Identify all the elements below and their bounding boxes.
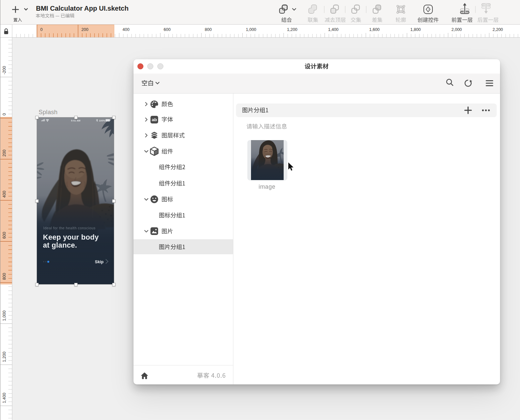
svg-text:1,000: 1,000 <box>246 27 256 32</box>
svg-text:9:41 AM: 9:41 AM <box>71 119 80 122</box>
svg-text:Keep your body: Keep your body <box>43 233 99 241</box>
svg-text:1,000: 1,000 <box>2 311 7 321</box>
svg-text:800: 800 <box>205 27 212 32</box>
svg-text:1,200: 1,200 <box>2 352 7 362</box>
svg-text:at glance.: at glance. <box>43 241 77 249</box>
svg-text:1,600: 1,600 <box>369 27 380 32</box>
svg-text:100%: 100% <box>99 119 105 122</box>
svg-text:800: 800 <box>2 273 7 280</box>
svg-text:200: 200 <box>82 27 89 32</box>
svg-text:1,800: 1,800 <box>410 27 421 32</box>
svg-text:200: 200 <box>2 149 7 156</box>
svg-text:0: 0 <box>40 27 43 32</box>
svg-text:1,400: 1,400 <box>2 393 7 403</box>
svg-text:ab: ab <box>152 117 157 122</box>
svg-text:2,000: 2,000 <box>451 27 462 32</box>
svg-text:1,400: 1,400 <box>328 27 339 32</box>
svg-text:400: 400 <box>2 191 7 198</box>
svg-text:400: 400 <box>123 27 130 32</box>
svg-text:600: 600 <box>164 27 171 32</box>
svg-text:Skip: Skip <box>95 260 104 264</box>
svg-text:Ideal for the health conscious: Ideal for the health conscious <box>43 226 96 230</box>
svg-text:1,200: 1,200 <box>287 27 297 32</box>
svg-text:-200: -200 <box>2 66 7 74</box>
svg-text:600: 600 <box>2 232 7 239</box>
svg-text:0: 0 <box>2 113 7 115</box>
svg-text:2,200: 2,200 <box>493 27 503 32</box>
